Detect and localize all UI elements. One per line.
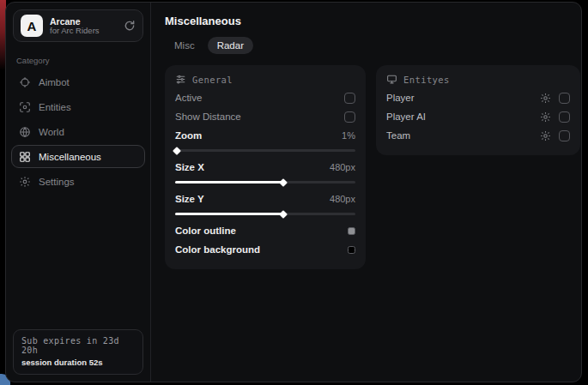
team-checkbox[interactable] [559,130,570,141]
slider-value: 480px [330,194,355,204]
entity-row-player-ai: Player AI [386,107,570,126]
toggle-label: Active [175,93,202,103]
color-background-swatch[interactable] [348,246,355,254]
sidebar-nav: Aimbot Entities World Miscellaneous [6,67,150,196]
tab-radar[interactable]: Radar [208,37,253,54]
slider-value: 480px [330,162,355,172]
slider-thumb[interactable] [173,147,181,155]
tab-misc[interactable]: Misc [165,37,204,54]
sidebar: A Arcane for Arc Riders Category Aimbot [6,3,151,382]
color-row-outline: Color outline [175,221,355,240]
entity-row-team: Team [386,126,570,145]
toggle-label: Show Distance [175,111,241,122]
player-ai-checkbox[interactable] [559,111,570,123]
color-label: Color outline [175,226,236,236]
color-row-background: Color background [175,240,355,259]
scan-icon [19,101,31,113]
general-panel: General Active Show Distance Zoom 1% [165,65,366,269]
sidebar-item-miscellaneous[interactable]: Miscellaneous [11,145,145,168]
sidebar-item-world[interactable]: World [11,120,145,143]
sidebar-item-label: World [39,127,64,137]
sidebar-item-label: Aimbot [39,77,70,87]
category-label: Category [16,56,150,65]
general-panel-header: General [175,74,355,85]
entity-label: Player [386,93,415,103]
brand-title: Arcane [50,16,117,27]
entities-panel: Entityes Player Player AI [376,65,580,155]
slider-row-size-x: Size X 480px [175,158,355,177]
sidebar-item-label: Settings [39,177,75,187]
grid-icon [19,151,31,163]
slider-value: 1% [342,130,355,141]
gear-icon[interactable] [540,111,551,123]
slider-label: Size Y [175,194,204,204]
slider-thumb[interactable] [279,178,288,187]
player-checkbox[interactable] [559,93,570,104]
toggle-row-active: Active [175,88,355,107]
brand-text: Arcane for Arc Riders [50,16,117,36]
tab-bar: Misc Radar [165,37,580,54]
entity-label: Player AI [386,111,426,122]
color-outline-swatch[interactable] [348,227,355,235]
gear-icon [19,176,31,188]
sidebar-item-label: Miscellaneous [39,152,101,162]
zoom-slider[interactable] [175,146,355,154]
session-duration-text: session duration 52s [21,358,135,367]
sidebar-item-entities[interactable]: Entities [11,95,145,118]
slider-label: Zoom [175,130,202,141]
slider-row-zoom: Zoom 1% [175,126,355,145]
toggle-row-show-distance: Show Distance [175,107,355,126]
main-content: Miscellaneous Misc Radar General Active [151,3,582,382]
color-label: Color background [175,244,260,255]
entities-panel-title: Entityes [403,75,450,85]
size-x-slider[interactable] [175,177,355,186]
monitor-icon [386,74,397,85]
page-title: Miscellaneous [165,15,580,27]
subscription-status-card: Sub expires in 23d 20h session duration … [13,329,143,375]
general-panel-title: General [192,75,233,85]
slider-thumb[interactable] [279,210,288,219]
entity-row-player: Player [386,88,570,107]
brand-card: A Arcane for Arc Riders [13,9,143,42]
slider-label: Size X [175,162,204,172]
app-logo: A [21,15,43,37]
sidebar-item-label: Entities [39,102,71,112]
entity-label: Team [386,130,410,141]
sliders-icon [175,74,186,85]
sidebar-item-settings[interactable]: Settings [11,170,145,193]
app-window: A Arcane for Arc Riders Category Aimbot [5,2,582,382]
gear-icon[interactable] [540,130,551,141]
globe-icon [19,126,31,138]
sidebar-item-aimbot[interactable]: Aimbot [11,70,145,93]
gear-icon[interactable] [540,93,551,104]
active-checkbox[interactable] [344,93,355,104]
slider-row-size-y: Size Y 480px [175,189,355,208]
sync-icon[interactable] [124,20,136,32]
crosshair-icon [19,76,31,88]
size-y-slider[interactable] [175,209,355,218]
sub-expiry-text: Sub expires in 23d 20h [21,336,135,355]
brand-subtitle: for Arc Riders [50,27,117,36]
entities-panel-header: Entityes [386,74,570,85]
show-distance-checkbox[interactable] [344,111,355,123]
